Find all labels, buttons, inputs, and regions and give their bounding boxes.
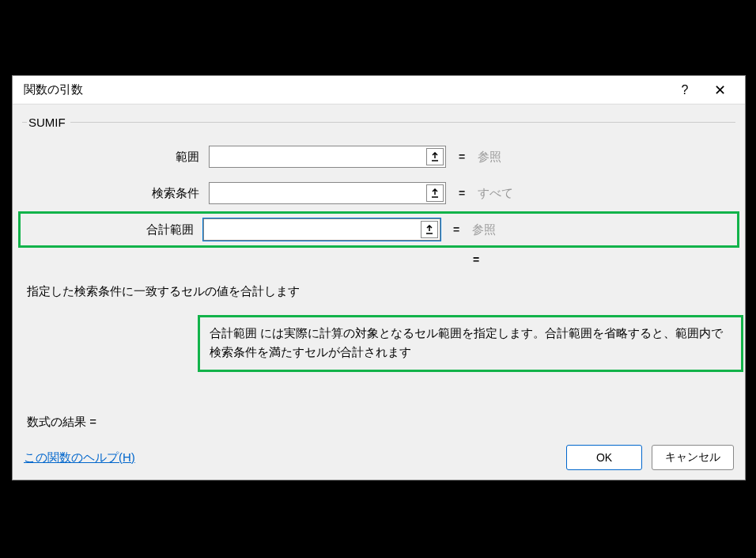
argument-help-text: には実際に計算の対象となるセル範囲を指定します。合計範囲を省略すると、範囲内で検… (210, 326, 723, 359)
arg-row-range: 範囲 = 参照 (24, 139, 734, 175)
titlebar: 関数の引数 ? ✕ (13, 76, 745, 104)
dialog-body: SUMIF 範囲 = 参照 検索条件 (13, 104, 745, 430)
range-select-icon[interactable] (426, 148, 444, 165)
arg-hint-sumrange: 参照 (472, 222, 496, 237)
argument-help-name: 合計範囲 (210, 326, 257, 340)
equals-icon: = (440, 223, 472, 236)
arg-label-range: 範囲 (24, 150, 209, 165)
arg-input-sumrange[interactable] (209, 219, 419, 240)
arg-input-criteria-wrap (209, 182, 446, 204)
cancel-button[interactable]: キャンセル (652, 445, 734, 470)
arg-input-sumrange-wrap (203, 218, 440, 241)
ok-button[interactable]: OK (566, 445, 642, 470)
preview-row: = (24, 248, 734, 271)
argument-help-box: 合計範囲 には実際に計算の対象となるセル範囲を指定します。合計範囲を省略すると、… (198, 315, 743, 372)
range-select-icon[interactable] (426, 184, 444, 202)
formula-result-label: 数式の結果 = (24, 415, 734, 430)
arg-input-range-wrap (209, 146, 446, 168)
equals-icon: = (446, 150, 478, 163)
function-help-link[interactable]: この関数のヘルプ(H) (24, 450, 135, 465)
function-description: 指定した検索条件に一致するセルの値を合計します (24, 284, 734, 299)
arg-label-criteria: 検索条件 (24, 186, 209, 201)
arguments-form: 範囲 = 参照 検索条件 = すべ (24, 139, 734, 271)
equals-icon: = (473, 253, 479, 266)
arg-hint-criteria: すべて (478, 186, 513, 201)
function-arguments-dialog: 関数の引数 ? ✕ SUMIF 範囲 = 参照 検索条件 (12, 75, 746, 480)
close-icon[interactable]: ✕ (702, 78, 737, 102)
arg-row-sumrange: 合計範囲 = 参照 (18, 211, 739, 248)
help-icon[interactable]: ? (667, 78, 702, 102)
range-select-icon[interactable] (421, 221, 438, 238)
group-divider (22, 122, 735, 123)
arg-input-range[interactable] (214, 146, 425, 167)
arg-row-criteria: 検索条件 = すべて (24, 175, 734, 211)
arg-input-criteria[interactable] (214, 183, 425, 203)
dialog-title: 関数の引数 (24, 82, 667, 97)
arg-label-sumrange: 合計範囲 (24, 222, 203, 237)
bottom-bar: この関数のヘルプ(H) OK キャンセル (24, 445, 734, 470)
arg-hint-range: 参照 (478, 150, 501, 165)
equals-icon: = (446, 187, 478, 199)
